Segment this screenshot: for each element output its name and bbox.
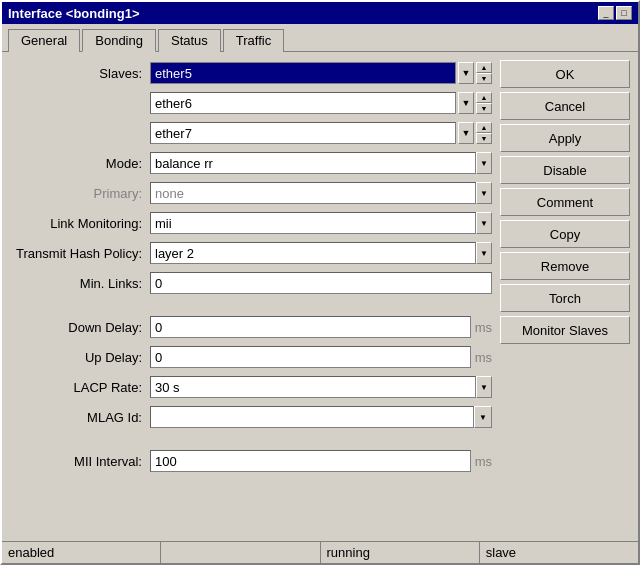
slave2-row: ▼ ▲ ▼ [10, 90, 492, 116]
slave2-controls: ▼ ▲ ▼ [458, 92, 492, 114]
mii-interval-input-group: ms [150, 450, 492, 472]
slave1-input[interactable] [150, 62, 456, 84]
up-delay-input-group: ms [150, 346, 492, 368]
status-enabled: enabled [2, 542, 161, 563]
mii-interval-suffix: ms [475, 454, 492, 469]
lacp-rate-row: LACP Rate: ▼ [10, 374, 492, 400]
link-monitoring-input[interactable] [150, 212, 476, 234]
mlag-id-input-group: ▼ [150, 406, 492, 428]
side-panel: OK Cancel Apply Disable Comment Copy Rem… [500, 60, 630, 533]
apply-button[interactable]: Apply [500, 124, 630, 152]
slave3-row: ▼ ▲ ▼ [10, 120, 492, 146]
mii-interval-row: MII Interval: ms [10, 448, 492, 474]
up-delay-input[interactable] [150, 346, 471, 368]
remove-button[interactable]: Remove [500, 252, 630, 280]
mlag-id-label: MLAG Id: [10, 410, 150, 425]
slave1-input-group: ▼ ▲ ▼ [150, 62, 492, 84]
min-links-label: Min. Links: [10, 276, 150, 291]
transmit-hash-input[interactable] [150, 242, 476, 264]
mode-input[interactable] [150, 152, 476, 174]
slaves-label: Slaves: [10, 66, 150, 81]
minimize-button[interactable]: _ [598, 6, 614, 20]
slave3-down-btn[interactable]: ▼ [476, 133, 492, 144]
mlag-id-row: MLAG Id: ▼ [10, 404, 492, 430]
tab-bonding[interactable]: Bonding [82, 29, 156, 52]
mii-interval-label: MII Interval: [10, 454, 150, 469]
up-delay-label: Up Delay: [10, 350, 150, 365]
transmit-hash-input-group: ▼ [150, 242, 492, 264]
down-delay-label: Down Delay: [10, 320, 150, 335]
down-delay-input-group: ms [150, 316, 492, 338]
lacp-rate-input[interactable] [150, 376, 476, 398]
mode-dropdown-btn[interactable]: ▼ [476, 152, 492, 174]
slave2-input-group: ▼ ▲ ▼ [150, 92, 492, 114]
slave3-dropdown-btn[interactable]: ▼ [458, 122, 474, 144]
lacp-rate-dropdown-btn[interactable]: ▼ [476, 376, 492, 398]
down-delay-row: Down Delay: ms [10, 314, 492, 340]
slave2-up-btn[interactable]: ▲ [476, 92, 492, 103]
ok-button[interactable]: OK [500, 60, 630, 88]
lacp-rate-label: LACP Rate: [10, 380, 150, 395]
min-links-row: Min. Links: [10, 270, 492, 296]
disable-button[interactable]: Disable [500, 156, 630, 184]
primary-input-group: ▼ [150, 182, 492, 204]
spacer1 [10, 300, 492, 310]
status-empty [161, 542, 320, 563]
status-bar: enabled running slave [2, 541, 638, 563]
slave3-input-group: ▼ ▲ ▼ [150, 122, 492, 144]
slave1-controls: ▼ ▲ ▼ [458, 62, 492, 84]
mode-row: Mode: ▼ [10, 150, 492, 176]
window-title: Interface <bonding1> [8, 6, 139, 21]
slave1-up-btn[interactable]: ▲ [476, 62, 492, 73]
slave3-arrows: ▲ ▼ [476, 122, 492, 144]
primary-label: Primary: [10, 186, 150, 201]
slave3-up-btn[interactable]: ▲ [476, 122, 492, 133]
transmit-hash-dropdown-btn[interactable]: ▼ [476, 242, 492, 264]
status-running: running [321, 542, 480, 563]
link-monitoring-row: Link Monitoring: ▼ [10, 210, 492, 236]
copy-button[interactable]: Copy [500, 220, 630, 248]
title-bar-buttons: _ □ [598, 6, 632, 20]
main-window: Interface <bonding1> _ □ General Bonding… [0, 0, 640, 565]
slave2-input[interactable] [150, 92, 456, 114]
slave2-down-btn[interactable]: ▼ [476, 103, 492, 114]
slave1-arrows: ▲ ▼ [476, 62, 492, 84]
primary-dropdown-btn[interactable]: ▼ [476, 182, 492, 204]
slave2-dropdown-btn[interactable]: ▼ [458, 92, 474, 114]
content-area: Slaves: ▼ ▲ ▼ [2, 52, 638, 541]
mlag-id-input[interactable] [150, 406, 474, 428]
status-slave: slave [480, 542, 638, 563]
slave3-input[interactable] [150, 122, 456, 144]
mlag-id-dropdown-btn[interactable]: ▼ [474, 406, 492, 428]
cancel-button[interactable]: Cancel [500, 92, 630, 120]
tab-general[interactable]: General [8, 29, 80, 52]
primary-input[interactable] [150, 182, 476, 204]
down-delay-input[interactable] [150, 316, 471, 338]
min-links-input[interactable] [150, 272, 492, 294]
slave3-controls: ▼ ▲ ▼ [458, 122, 492, 144]
torch-button[interactable]: Torch [500, 284, 630, 312]
slave2-arrows: ▲ ▼ [476, 92, 492, 114]
main-panel: Slaves: ▼ ▲ ▼ [10, 60, 492, 533]
transmit-hash-row: Transmit Hash Policy: ▼ [10, 240, 492, 266]
lacp-rate-input-group: ▼ [150, 376, 492, 398]
tab-status[interactable]: Status [158, 29, 221, 52]
spacer2 [10, 434, 492, 444]
up-delay-row: Up Delay: ms [10, 344, 492, 370]
comment-button[interactable]: Comment [500, 188, 630, 216]
maximize-button[interactable]: □ [616, 6, 632, 20]
slave1-down-btn[interactable]: ▼ [476, 73, 492, 84]
tab-traffic[interactable]: Traffic [223, 29, 284, 52]
link-monitoring-label: Link Monitoring: [10, 216, 150, 231]
link-monitoring-input-group: ▼ [150, 212, 492, 234]
mii-interval-input[interactable] [150, 450, 471, 472]
link-monitoring-dropdown-btn[interactable]: ▼ [476, 212, 492, 234]
monitor-slaves-button[interactable]: Monitor Slaves [500, 316, 630, 344]
slave1-row: Slaves: ▼ ▲ ▼ [10, 60, 492, 86]
up-delay-suffix: ms [475, 350, 492, 365]
primary-row: Primary: ▼ [10, 180, 492, 206]
down-delay-suffix: ms [475, 320, 492, 335]
title-bar: Interface <bonding1> _ □ [2, 2, 638, 24]
mode-input-group: ▼ [150, 152, 492, 174]
slave1-dropdown-btn[interactable]: ▼ [458, 62, 474, 84]
